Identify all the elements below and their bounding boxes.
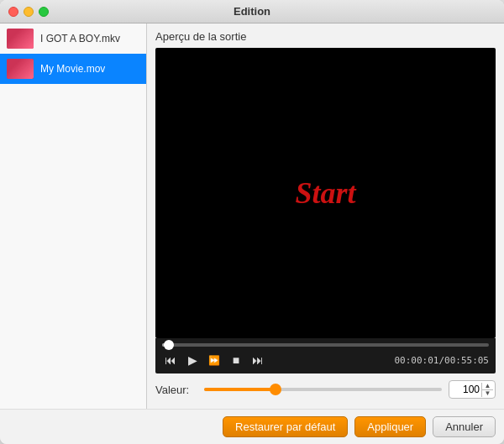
progress-track[interactable] xyxy=(162,343,489,347)
window-title: Edition xyxy=(234,5,270,18)
transport-controls: ⏮ ▶ ⏩ ■ ⏭ xyxy=(162,352,489,368)
skip-forward-icon: ⏭ xyxy=(252,353,264,367)
minimize-button[interactable] xyxy=(24,7,34,17)
apply-button[interactable]: Appliquer xyxy=(354,416,426,437)
cancel-button[interactable]: Annuler xyxy=(433,416,496,437)
sidebar-item-label-2: My Movie.mov xyxy=(40,63,105,75)
value-row: Valeur: ▲ ▼ xyxy=(155,380,496,399)
stop-button[interactable]: ■ xyxy=(228,352,244,368)
transport-buttons: ⏮ ▶ ⏩ ■ ⏭ xyxy=(162,352,266,368)
fast-forward-icon: ⏩ xyxy=(208,355,220,366)
video-text: Start xyxy=(295,175,355,211)
fast-forward-button[interactable]: ⏩ xyxy=(206,352,223,368)
close-button[interactable] xyxy=(8,7,18,17)
controls-section: Valeur: ▲ ▼ xyxy=(155,373,496,402)
skip-forward-button[interactable]: ⏭ xyxy=(249,352,266,368)
bottom-buttons: Restaurer par défaut Appliquer Annuler xyxy=(0,409,504,444)
content-area: I GOT A BOY.mkv My Movie.mov Aperçu de l… xyxy=(0,24,504,409)
sidebar: I GOT A BOY.mkv My Movie.mov xyxy=(0,24,147,409)
thumbnail-2 xyxy=(7,59,34,79)
time-total: 00:55:05 xyxy=(444,355,489,366)
video-preview: Start xyxy=(155,48,496,338)
value-input[interactable] xyxy=(449,384,481,395)
value-slider-fill xyxy=(204,388,276,391)
maximize-button[interactable] xyxy=(39,7,49,17)
skip-back-icon: ⏮ xyxy=(165,353,176,367)
title-bar: Edition xyxy=(0,0,504,24)
video-progress-area: ⏮ ▶ ⏩ ■ ⏭ xyxy=(155,338,496,373)
window-controls xyxy=(8,7,49,17)
play-icon: ▶ xyxy=(188,353,197,367)
sidebar-item-label-1: I GOT A BOY.mkv xyxy=(40,33,120,44)
main-panel: Aperçu de la sortie Start ⏮ xyxy=(147,24,504,409)
value-slider[interactable] xyxy=(204,388,442,391)
value-stepper: ▲ ▼ xyxy=(481,383,493,397)
value-label: Valeur: xyxy=(155,384,197,396)
play-button[interactable]: ▶ xyxy=(184,352,201,368)
skip-back-button[interactable]: ⏮ xyxy=(162,352,179,368)
thumbnail-1 xyxy=(7,29,34,49)
restore-default-button[interactable]: Restaurer par défaut xyxy=(223,416,348,437)
stop-icon: ■ xyxy=(233,353,239,367)
value-input-wrap: ▲ ▼ xyxy=(449,380,496,399)
progress-thumb[interactable] xyxy=(164,340,174,350)
sidebar-item-1[interactable]: I GOT A BOY.mkv xyxy=(0,24,146,54)
stepper-down-button[interactable]: ▼ xyxy=(482,390,493,397)
value-slider-thumb[interactable] xyxy=(270,384,281,395)
main-window: Edition I GOT A BOY.mkv My Movie.mov Ape… xyxy=(0,0,504,444)
preview-label: Aperçu de la sortie xyxy=(155,30,496,43)
time-display: 00:00:01/00:55:05 xyxy=(394,355,489,366)
video-wrapper: Start ⏮ ▶ xyxy=(155,48,496,373)
sidebar-item-2[interactable]: My Movie.mov xyxy=(0,54,146,84)
time-current: 00:00:01 xyxy=(394,355,438,366)
